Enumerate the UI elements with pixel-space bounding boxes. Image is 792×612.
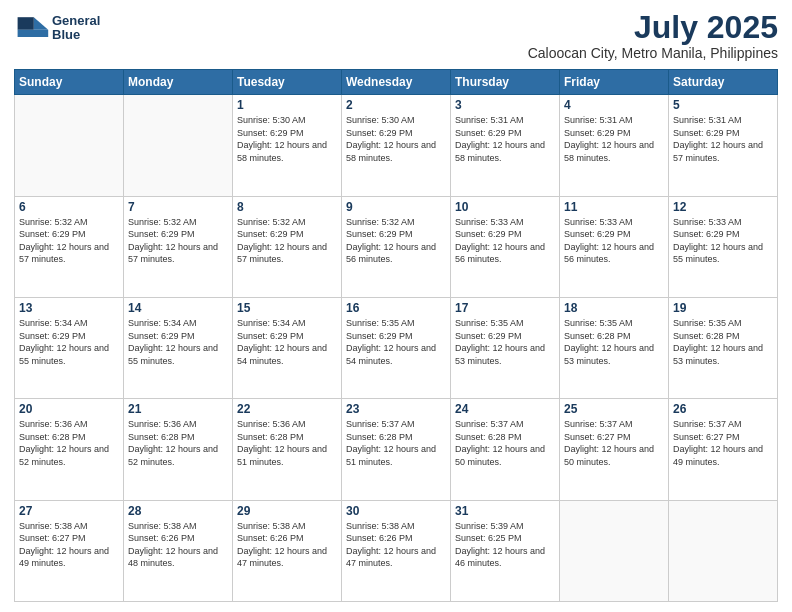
calendar-cell: 29Sunrise: 5:38 AMSunset: 6:26 PMDayligh… [233,500,342,601]
page: General Blue July 2025 Caloocan City, Me… [0,0,792,612]
day-number: 1 [237,98,337,112]
calendar-header-row: SundayMondayTuesdayWednesdayThursdayFrid… [15,70,778,95]
day-number: 11 [564,200,664,214]
day-number: 25 [564,402,664,416]
calendar-cell: 1Sunrise: 5:30 AMSunset: 6:29 PMDaylight… [233,95,342,196]
day-number: 31 [455,504,555,518]
day-number: 5 [673,98,773,112]
day-info: Sunrise: 5:38 AMSunset: 6:27 PMDaylight:… [19,520,119,570]
calendar-cell: 15Sunrise: 5:34 AMSunset: 6:29 PMDayligh… [233,297,342,398]
calendar-cell: 10Sunrise: 5:33 AMSunset: 6:29 PMDayligh… [451,196,560,297]
day-info: Sunrise: 5:38 AMSunset: 6:26 PMDaylight:… [128,520,228,570]
day-info: Sunrise: 5:30 AMSunset: 6:29 PMDaylight:… [346,114,446,164]
day-number: 28 [128,504,228,518]
day-info: Sunrise: 5:37 AMSunset: 6:28 PMDaylight:… [455,418,555,468]
day-info: Sunrise: 5:34 AMSunset: 6:29 PMDaylight:… [237,317,337,367]
day-number: 15 [237,301,337,315]
day-info: Sunrise: 5:34 AMSunset: 6:29 PMDaylight:… [19,317,119,367]
calendar-cell: 18Sunrise: 5:35 AMSunset: 6:28 PMDayligh… [560,297,669,398]
day-number: 24 [455,402,555,416]
main-title: July 2025 [528,10,778,45]
calendar-cell: 25Sunrise: 5:37 AMSunset: 6:27 PMDayligh… [560,399,669,500]
calendar-cell: 8Sunrise: 5:32 AMSunset: 6:29 PMDaylight… [233,196,342,297]
calendar-week-row: 20Sunrise: 5:36 AMSunset: 6:28 PMDayligh… [15,399,778,500]
day-info: Sunrise: 5:35 AMSunset: 6:28 PMDaylight:… [673,317,773,367]
calendar-cell [669,500,778,601]
day-info: Sunrise: 5:32 AMSunset: 6:29 PMDaylight:… [19,216,119,266]
calendar-cell [15,95,124,196]
day-number: 4 [564,98,664,112]
day-info: Sunrise: 5:35 AMSunset: 6:29 PMDaylight:… [455,317,555,367]
svg-marker-0 [34,17,48,30]
day-number: 23 [346,402,446,416]
day-number: 16 [346,301,446,315]
calendar-header-friday: Friday [560,70,669,95]
day-number: 2 [346,98,446,112]
calendar-cell: 14Sunrise: 5:34 AMSunset: 6:29 PMDayligh… [124,297,233,398]
calendar-cell: 21Sunrise: 5:36 AMSunset: 6:28 PMDayligh… [124,399,233,500]
day-info: Sunrise: 5:37 AMSunset: 6:28 PMDaylight:… [346,418,446,468]
day-number: 27 [19,504,119,518]
day-info: Sunrise: 5:33 AMSunset: 6:29 PMDaylight:… [455,216,555,266]
calendar-cell: 19Sunrise: 5:35 AMSunset: 6:28 PMDayligh… [669,297,778,398]
calendar-header-thursday: Thursday [451,70,560,95]
logo-text: General Blue [52,14,100,43]
logo-line1: General [52,14,100,28]
calendar-cell: 16Sunrise: 5:35 AMSunset: 6:29 PMDayligh… [342,297,451,398]
calendar-cell: 3Sunrise: 5:31 AMSunset: 6:29 PMDaylight… [451,95,560,196]
day-number: 29 [237,504,337,518]
day-number: 30 [346,504,446,518]
day-number: 14 [128,301,228,315]
calendar-cell: 12Sunrise: 5:33 AMSunset: 6:29 PMDayligh… [669,196,778,297]
logo-icon [14,10,50,46]
logo: General Blue [14,10,100,46]
day-number: 9 [346,200,446,214]
calendar-cell: 4Sunrise: 5:31 AMSunset: 6:29 PMDaylight… [560,95,669,196]
svg-rect-2 [18,30,49,37]
subtitle: Caloocan City, Metro Manila, Philippines [528,45,778,61]
day-number: 21 [128,402,228,416]
calendar-cell: 7Sunrise: 5:32 AMSunset: 6:29 PMDaylight… [124,196,233,297]
calendar-week-row: 1Sunrise: 5:30 AMSunset: 6:29 PMDaylight… [15,95,778,196]
day-info: Sunrise: 5:36 AMSunset: 6:28 PMDaylight:… [128,418,228,468]
day-info: Sunrise: 5:37 AMSunset: 6:27 PMDaylight:… [673,418,773,468]
day-number: 12 [673,200,773,214]
day-info: Sunrise: 5:32 AMSunset: 6:29 PMDaylight:… [128,216,228,266]
calendar-cell: 6Sunrise: 5:32 AMSunset: 6:29 PMDaylight… [15,196,124,297]
calendar-cell: 28Sunrise: 5:38 AMSunset: 6:26 PMDayligh… [124,500,233,601]
day-number: 13 [19,301,119,315]
logo-line2: Blue [52,28,100,42]
svg-rect-1 [18,17,34,30]
day-number: 6 [19,200,119,214]
calendar-cell: 20Sunrise: 5:36 AMSunset: 6:28 PMDayligh… [15,399,124,500]
calendar-cell: 13Sunrise: 5:34 AMSunset: 6:29 PMDayligh… [15,297,124,398]
calendar-cell: 26Sunrise: 5:37 AMSunset: 6:27 PMDayligh… [669,399,778,500]
calendar-week-row: 13Sunrise: 5:34 AMSunset: 6:29 PMDayligh… [15,297,778,398]
calendar-header-saturday: Saturday [669,70,778,95]
title-block: July 2025 Caloocan City, Metro Manila, P… [528,10,778,61]
header: General Blue July 2025 Caloocan City, Me… [14,10,778,61]
day-info: Sunrise: 5:31 AMSunset: 6:29 PMDaylight:… [455,114,555,164]
day-info: Sunrise: 5:36 AMSunset: 6:28 PMDaylight:… [19,418,119,468]
calendar-week-row: 27Sunrise: 5:38 AMSunset: 6:27 PMDayligh… [15,500,778,601]
calendar-cell: 2Sunrise: 5:30 AMSunset: 6:29 PMDaylight… [342,95,451,196]
calendar-cell: 11Sunrise: 5:33 AMSunset: 6:29 PMDayligh… [560,196,669,297]
day-info: Sunrise: 5:33 AMSunset: 6:29 PMDaylight:… [564,216,664,266]
day-number: 7 [128,200,228,214]
calendar-cell: 17Sunrise: 5:35 AMSunset: 6:29 PMDayligh… [451,297,560,398]
day-number: 26 [673,402,773,416]
day-info: Sunrise: 5:31 AMSunset: 6:29 PMDaylight:… [564,114,664,164]
day-number: 17 [455,301,555,315]
day-number: 18 [564,301,664,315]
calendar-header-monday: Monday [124,70,233,95]
day-number: 8 [237,200,337,214]
day-info: Sunrise: 5:38 AMSunset: 6:26 PMDaylight:… [346,520,446,570]
day-info: Sunrise: 5:31 AMSunset: 6:29 PMDaylight:… [673,114,773,164]
day-info: Sunrise: 5:33 AMSunset: 6:29 PMDaylight:… [673,216,773,266]
day-info: Sunrise: 5:32 AMSunset: 6:29 PMDaylight:… [237,216,337,266]
calendar-cell: 23Sunrise: 5:37 AMSunset: 6:28 PMDayligh… [342,399,451,500]
day-info: Sunrise: 5:37 AMSunset: 6:27 PMDaylight:… [564,418,664,468]
day-number: 19 [673,301,773,315]
calendar-cell: 9Sunrise: 5:32 AMSunset: 6:29 PMDaylight… [342,196,451,297]
day-number: 10 [455,200,555,214]
